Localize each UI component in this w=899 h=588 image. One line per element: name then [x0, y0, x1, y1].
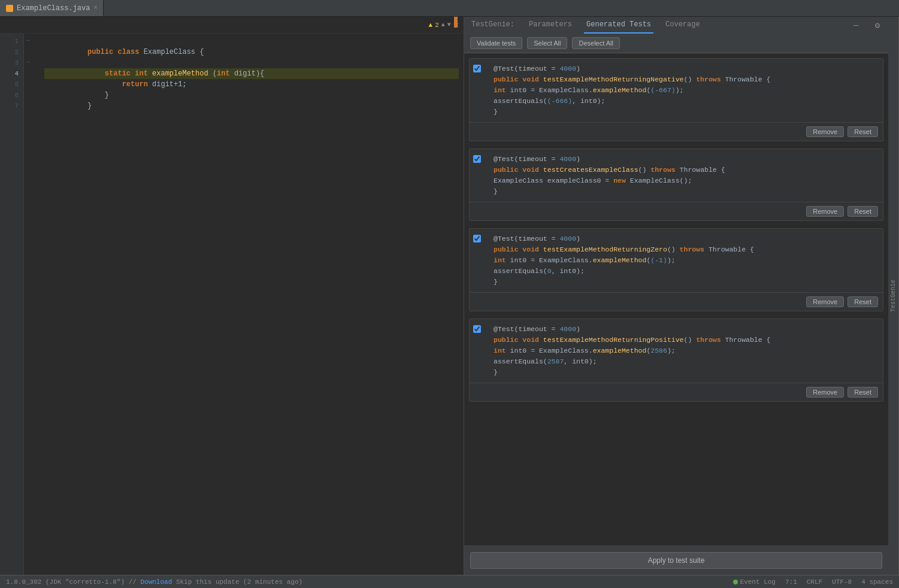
warning-down-icon[interactable]: ▼ — [447, 22, 451, 28]
settings-button[interactable]: ⚙ — [867, 17, 888, 34]
test-2-remove-button[interactable]: Remove — [806, 206, 844, 217]
tab-close-button[interactable]: × — [93, 5, 97, 11]
editor-header: ▲ 2 ▲ ▼ ✕ — [0, 17, 464, 34]
test-2-code: @Test(timeout = 4000) public void testCr… — [488, 149, 883, 202]
test-1-reset-button[interactable]: Reset — [847, 126, 878, 137]
test-card-3-row: @Test(timeout = 4000) public void testEx… — [470, 229, 883, 292]
test-1-body: @Test(timeout = 4000) public void testEx… — [488, 59, 883, 122]
test-1-code: @Test(timeout = 4000) public void testEx… — [488, 59, 883, 122]
fold-icon-7 — [24, 101, 32, 111]
line-num-7: 7 — [0, 101, 23, 111]
test-3-checkbox-col — [470, 229, 488, 247]
status-java-text: 1.8.0_302 (JDK "corretto-1.8") // Downlo… — [6, 578, 302, 586]
test-4-checkbox[interactable] — [473, 325, 481, 333]
bp-1 — [32, 36, 40, 47]
test-card-1-row: @Test(timeout = 4000) public void testEx… — [470, 59, 883, 122]
cursor-position[interactable]: 7:1 — [785, 578, 797, 586]
test-2-reset-button[interactable]: Reset — [847, 206, 878, 217]
test-4-body: @Test(timeout = 4000) public void testEx… — [488, 319, 883, 383]
encoding[interactable]: UTF-8 — [832, 578, 852, 586]
line-num-4: 4 — [0, 68, 23, 79]
bp-7 — [32, 101, 40, 111]
fold-gutter: − − — [24, 34, 32, 575]
code-line-1: public class ExampleClass { — [44, 36, 459, 47]
test-1-checkbox-col — [470, 59, 488, 77]
deselect-all-button[interactable]: Deselect All — [572, 37, 619, 49]
event-log-status[interactable]: Event Log — [733, 578, 776, 586]
testgenie-side-label: TestGenie — [888, 17, 899, 575]
status-bar: 1.8.0_302 (JDK "corretto-1.8") // Downlo… — [0, 575, 899, 588]
test-4-signature: public void testExampleMethodReturningPo… — [494, 335, 877, 345]
test-3-remove-button[interactable]: Remove — [806, 296, 844, 307]
test-1-signature: public void testExampleMethodReturningNe… — [494, 74, 877, 85]
tab-coverage[interactable]: Coverage — [663, 17, 703, 34]
tests-panel: @Test(timeout = 4000) public void testEx… — [464, 53, 888, 545]
test-3-checkbox[interactable] — [473, 235, 481, 243]
tab-generated-tests[interactable]: Generated Tests — [584, 17, 653, 34]
test-card-4: @Test(timeout = 4000) public void testEx… — [469, 319, 883, 402]
test-4-body-line-1: int int0 = ExampleClass.exampleMethod(25… — [494, 345, 877, 356]
test-1-body-line-1: int int0 = ExampleClass.exampleMethod((-… — [494, 85, 877, 96]
test-3-actions: Remove Reset — [470, 292, 883, 311]
code-line-3: static int exampleMethod (int digit){ — [44, 57, 459, 68]
test-3-code: @Test(timeout = 4000) public void testEx… — [488, 229, 883, 292]
editor-content: 1 2 3 4 5 6 7 − − — [0, 34, 464, 575]
status-java-version: 1.8.0_302 (JDK "corretto-1.8") // Downlo… — [6, 578, 302, 586]
warning-up-icon[interactable]: ▲ — [441, 22, 445, 28]
select-all-button[interactable]: Select All — [527, 37, 567, 49]
status-right: Event Log 7:1 CRLF UTF-8 4 spaces — [733, 578, 893, 586]
test-3-reset-button[interactable]: Reset — [847, 296, 878, 307]
line-num-2: 2 — [0, 47, 23, 57]
test-2-annotation: @Test(timeout = 4000) — [494, 154, 877, 165]
event-log-label: Event Log — [740, 578, 776, 586]
test-1-checkbox[interactable] — [473, 65, 481, 72]
bp-3 — [32, 57, 40, 68]
file-tab[interactable]: ExampleClass.java × — [0, 0, 104, 16]
warning-badge[interactable]: ▲ 2 ▲ ▼ — [429, 22, 451, 29]
code-line-7 — [44, 101, 459, 111]
breakpoint-gutter — [32, 34, 40, 575]
java-file-icon — [6, 5, 13, 12]
test-3-signature: public void testExampleMethodReturningZe… — [494, 244, 877, 255]
fold-icon-1[interactable]: − — [24, 36, 32, 47]
test-3-body: @Test(timeout = 4000) public void testEx… — [488, 229, 883, 292]
test-4-reset-button[interactable]: Reset — [847, 387, 878, 398]
test-4-actions: Remove Reset — [470, 383, 883, 401]
test-card-1: @Test(timeout = 4000) public void testEx… — [469, 58, 883, 141]
test-1-actions: Remove Reset — [470, 122, 883, 141]
minimize-button[interactable]: — — [845, 17, 867, 34]
test-1-closing: } — [494, 107, 877, 117]
indent-setting[interactable]: 4 spaces — [861, 578, 893, 586]
test-1-remove-button[interactable]: Remove — [806, 126, 844, 137]
event-log-dot — [733, 580, 738, 584]
validate-tests-button[interactable]: Validate tests — [470, 37, 522, 49]
bp-2 — [32, 47, 40, 57]
warning-triangle-icon: ▲ — [429, 22, 433, 29]
test-4-annotation: @Test(timeout = 4000) — [494, 324, 877, 335]
test-3-body-line-1: int int0 = ExampleClass.exampleMethod((-… — [494, 255, 877, 266]
apply-bar: Apply to test suite — [464, 545, 888, 575]
bp-6 — [32, 90, 40, 101]
line-separator[interactable]: CRLF — [807, 578, 822, 586]
skip-update-text[interactable]: Skip this update (2 minutes ago) — [176, 578, 302, 586]
fold-icon-2 — [24, 47, 32, 57]
apply-to-test-suite-button[interactable]: Apply to test suite — [470, 552, 882, 569]
test-4-body-line-2: assertEquals(2587, int0); — [494, 356, 877, 367]
fold-icon-3[interactable]: − — [24, 57, 32, 68]
tab-bar: ExampleClass.java × — [0, 0, 899, 17]
test-1-annotation: @Test(timeout = 4000) — [494, 63, 877, 74]
test-2-closing: } — [494, 186, 877, 197]
right-panel: TestGenie: Parameters Generated Tests Co… — [464, 17, 888, 575]
tab-parameters[interactable]: Parameters — [526, 17, 574, 34]
fold-icon-4 — [24, 68, 32, 79]
test-3-body-line-2: assertEquals(0, int0); — [494, 266, 877, 277]
test-card-4-row: @Test(timeout = 4000) public void testEx… — [470, 319, 883, 383]
tab-testgenie[interactable]: TestGenie: — [469, 17, 517, 34]
test-4-remove-button[interactable]: Remove — [806, 387, 844, 398]
download-link[interactable]: Download — [140, 578, 172, 586]
bp-4 — [32, 68, 40, 79]
test-4-checkbox-col — [470, 319, 488, 338]
test-2-checkbox[interactable] — [473, 155, 481, 163]
test-3-annotation: @Test(timeout = 4000) — [494, 234, 877, 244]
code-editor[interactable]: public class ExampleClass { static int e… — [40, 34, 464, 575]
